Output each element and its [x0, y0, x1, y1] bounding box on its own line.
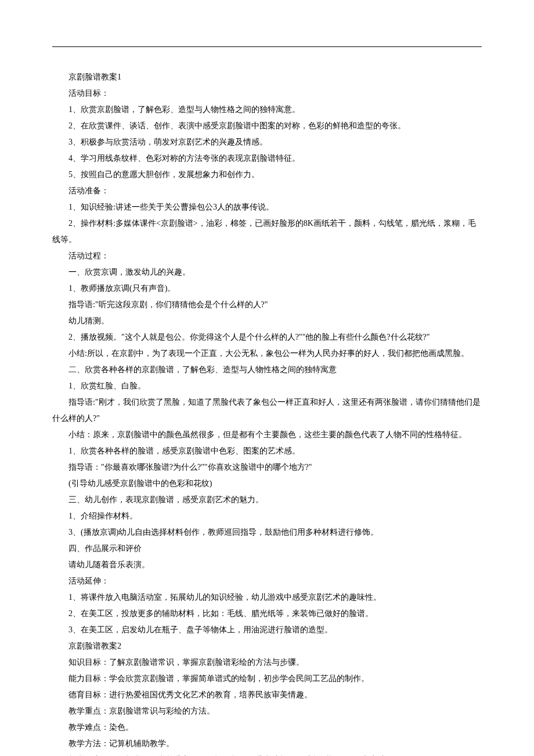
paragraph-line: 1、欣赏红脸、白脸。	[52, 378, 482, 394]
paragraph-line: 1、欣赏京剧脸谱，了解色彩、造型与人物性格之间的独特寓意。	[52, 102, 482, 118]
document-body: 京剧脸谱教案1活动目标：1、欣赏京剧脸谱，了解色彩、造型与人物性格之间的独特寓意…	[52, 69, 482, 756]
paragraph-line: 1、欣赏各种各样的脸谱，感受京剧脸谱中色彩、图案的艺术感。	[52, 443, 482, 459]
paragraph-line: 3、积极参与欣赏活动，萌发对京剧艺术的兴趣及情感。	[52, 134, 482, 150]
paragraph-line: 三、幼儿创作，表现京剧脸谱，感受京剧艺术的魅力。	[52, 492, 482, 508]
paragraph-line: 京剧脸谱教案2	[52, 638, 482, 654]
paragraph-line: 3、(播放京调)幼儿自由选择材料创作，教师巡回指导，鼓励他们用多种材料进行修饰。	[52, 524, 482, 541]
paragraph-line: (引导幼儿感受京剧脸谱中的色彩和花纹)	[52, 476, 482, 492]
paragraph-line: 1、介绍操作材料。	[52, 508, 482, 524]
paragraph-line: 小结：原来，京剧脸谱中的颜色虽然很多，但是都有个主要颜色，这些主要的颜色代表了人…	[52, 427, 482, 443]
paragraph-line: 活动延伸：	[52, 573, 482, 589]
paragraph-line: 请幼儿随着音乐表演。	[52, 557, 482, 573]
paragraph-line: 知识目标：了解京剧脸谱常识，掌握京剧脸谱彩绘的方法与步骤。	[52, 654, 482, 671]
paragraph-line: 2、在欣赏课件、谈话、创作、表演中感受京剧脸谱中图案的对称，色彩的鲜艳和造型的夸…	[52, 118, 482, 134]
paragraph-line: 教学重点：京剧脸谱常识与彩绘的方法。	[52, 703, 482, 719]
document-page: 京剧脸谱教案1活动目标：1、欣赏京剧脸谱，了解色彩、造型与人物性格之间的独特寓意…	[0, 0, 534, 756]
paragraph-line: 京剧脸谱教案1	[52, 69, 482, 85]
paragraph-line: 小结:所以，在京剧中，为了表现一个正直，大公无私，象包公一样为人民办好事的好人，…	[52, 345, 482, 362]
paragraph-line: 2、操作材料:多媒体课件<京剧脸谱>，油彩，棉签，已画好脸形的8K画纸若干，颜料…	[52, 215, 482, 248]
header-divider	[52, 46, 482, 47]
paragraph-line: 德育目标：进行热爱祖国优秀文化艺术的教育，培养民族审美情趣。	[52, 687, 482, 703]
paragraph-line: 二、欣赏各种各样的京剧脸谱，了解色彩、造型与人物性格之间的独特寓意	[52, 362, 482, 378]
paragraph-line: 四、作品展示和评价	[52, 541, 482, 557]
paragraph-line: 1、将课件放入电脑活动室，拓展幼儿的知识经验，幼儿游戏中感受京剧艺术的趣味性。	[52, 589, 482, 606]
paragraph-line: 活动目标：	[52, 85, 482, 102]
paragraph-line: 指导语："你最喜欢哪张脸谱?为什么?""你喜欢这脸谱中的哪个地方?"	[52, 459, 482, 476]
paragraph-line: 一、欣赏京调，激发幼儿的兴趣。	[52, 264, 482, 280]
paragraph-line: 2、播放视频。"这个人就是包公。你觉得这个人是个什么样的人?""他的脸上有些什么…	[52, 329, 482, 345]
paragraph-line: 活动过程：	[52, 248, 482, 264]
paragraph-line: 3、在美工区，启发幼儿在瓶子、盘子等物体上，用油泥进行脸谱的造型。	[52, 622, 482, 638]
paragraph-line: 幼儿猜测。	[52, 313, 482, 329]
paragraph-line: 能力目标：学会欣赏京剧脸谱，掌握简单谱式的绘制，初步学会民间工艺品的制作。	[52, 671, 482, 687]
paragraph-line: 指导语:"刚才，我们欣赏了黑脸，知道了黑脸代表了象包公一样正直和好人，这里还有两…	[52, 394, 482, 427]
paragraph-line: 教学方法：记算机辅助教学。	[52, 736, 482, 752]
paragraph-line: 2、在美工区，投放更多的辅助材料，比如：毛线、腊光纸等，来装饰已做好的脸谱。	[52, 606, 482, 622]
paragraph-line: 教学程序：组织教学——学前导入——展认目标——导学达标——达标测评——课堂小结	[52, 752, 482, 756]
paragraph-line: 5、按照自己的意愿大胆创作，发展想象力和创作力。	[52, 167, 482, 183]
paragraph-line: 指导语:"听完这段京剧，你们猜猜他会是个什么样的人?"	[52, 297, 482, 313]
paragraph-line: 1、教师播放京调(只有声音)。	[52, 280, 482, 297]
paragraph-line: 1、知识经验:讲述一些关于关公曹操包公3人的故事传说。	[52, 199, 482, 215]
paragraph-line: 教学难点：染色。	[52, 719, 482, 736]
paragraph-line: 4、学习用线条纹样、色彩对称的方法夸张的表现京剧脸谱特征。	[52, 150, 482, 167]
paragraph-line: 活动准备：	[52, 183, 482, 199]
